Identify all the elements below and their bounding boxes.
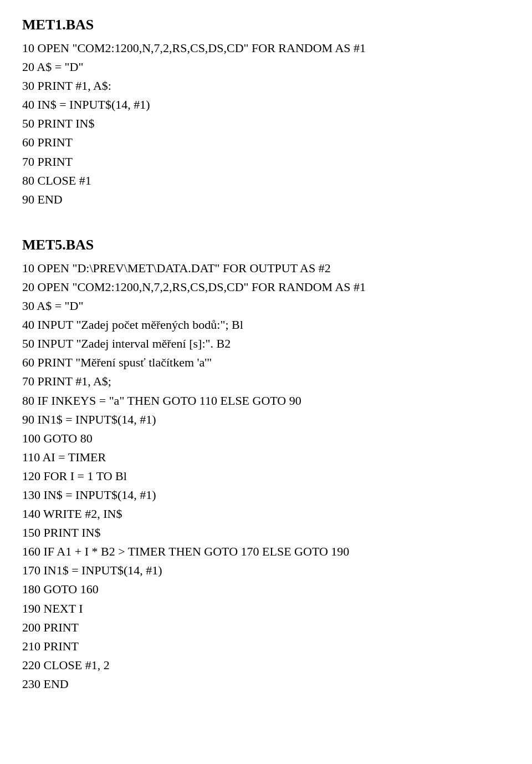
- code-line: 30 A$ = "D": [22, 297, 510, 315]
- code-line: 10 OPEN "D:\PREV\MET\DATA.DAT" FOR OUTPU…: [22, 259, 510, 278]
- code-line: 120 FOR I = 1 TO Bl: [22, 467, 510, 486]
- section-title-met1: MET1.BAS: [22, 17, 510, 33]
- code-line: 40 IN$ = INPUT$(14, #1): [22, 95, 510, 114]
- section-met1: MET1.BAS 10 OPEN "COM2:1200,N,7,2,RS,CS,…: [22, 17, 510, 209]
- code-line: 220 CLOSE #1, 2: [22, 656, 510, 675]
- code-line: 90 IN1$ = INPUT$(14, #1): [22, 410, 510, 429]
- code-line: 50 INPUT "Zadej interval měření [s]:". B…: [22, 334, 510, 353]
- code-line: 10 OPEN "COM2:1200,N,7,2,RS,CS,DS,CD" FO…: [22, 39, 510, 58]
- code-line: 110 AI = TIMER: [22, 448, 510, 467]
- code-line: 70 PRINT: [22, 152, 510, 171]
- code-line: 50 PRINT IN$: [22, 114, 510, 133]
- code-line: 170 IN1$ = INPUT$(14, #1): [22, 561, 510, 580]
- code-line: 200 PRINT: [22, 618, 510, 637]
- code-line: 230 END: [22, 675, 510, 694]
- code-line: 60 PRINT "Měření spusť tlačítkem 'a'": [22, 353, 510, 372]
- code-line: 180 GOTO 160: [22, 580, 510, 599]
- code-line: 20 A$ = "D": [22, 58, 510, 77]
- code-lines-met1: 10 OPEN "COM2:1200,N,7,2,RS,CS,DS,CD" FO…: [22, 39, 510, 209]
- code-line: 20 OPEN "COM2:1200,N,7,2,RS,CS,DS,CD" FO…: [22, 278, 510, 297]
- code-line: 80 CLOSE #1: [22, 171, 510, 190]
- code-line: 70 PRINT #1, A$;: [22, 372, 510, 391]
- code-line: 150 PRINT IN$: [22, 523, 510, 542]
- code-line: 130 IN$ = INPUT$(14, #1): [22, 486, 510, 505]
- section-title-met5: MET5.BAS: [22, 237, 510, 253]
- code-line: 60 PRINT: [22, 133, 510, 152]
- code-line: 190 NEXT I: [22, 599, 510, 618]
- page-content: MET1.BAS 10 OPEN "COM2:1200,N,7,2,RS,CS,…: [22, 17, 510, 694]
- code-lines-met5: 10 OPEN "D:\PREV\MET\DATA.DAT" FOR OUTPU…: [22, 259, 510, 694]
- code-line: 40 INPUT "Zadej počet měřených bodů:"; B…: [22, 315, 510, 334]
- code-line: 80 IF INKEYS = "a" THEN GOTO 110 ELSE GO…: [22, 391, 510, 410]
- code-line: 90 END: [22, 190, 510, 209]
- code-line: 140 WRITE #2, IN$: [22, 505, 510, 523]
- code-line: 100 GOTO 80: [22, 429, 510, 448]
- section-met5: MET5.BAS 10 OPEN "D:\PREV\MET\DATA.DAT" …: [22, 237, 510, 694]
- code-line: 160 IF A1 + I * B2 > TIMER THEN GOTO 170…: [22, 542, 510, 561]
- code-line: 210 PRINT: [22, 637, 510, 656]
- code-line: 30 PRINT #1, A$:: [22, 77, 510, 95]
